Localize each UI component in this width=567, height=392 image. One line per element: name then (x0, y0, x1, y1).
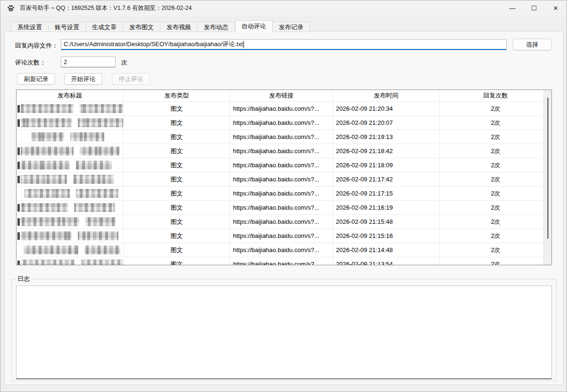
masked-title-segment (76, 161, 112, 170)
cell-time: 2026-02-09 21:17:42 (333, 172, 440, 186)
table-row[interactable]: 图文 https://baijiahao.baidu.com/s?... 202… (17, 229, 551, 243)
svg-text:du: du (9, 8, 12, 11)
masked-title (17, 175, 123, 184)
masked-title-lead (17, 176, 20, 183)
table-row[interactable]: 图文 https://baijiahao.baidu.com/s?... 202… (17, 158, 551, 172)
choose-file-button[interactable]: 选择 (513, 39, 551, 50)
maximize-button[interactable]: ☐ (523, 0, 545, 16)
cell-title (17, 229, 124, 243)
masked-title-segment (84, 245, 120, 254)
comment-count-unit: 次 (121, 58, 127, 67)
cell-replies: 2次 (440, 201, 551, 214)
table-row[interactable]: 图文 https://baijiahao.baidu.com/s?... 202… (17, 130, 551, 144)
cell-title (17, 172, 124, 186)
scrollbar-thumb[interactable] (547, 98, 549, 239)
cell-type: 图文 (124, 172, 230, 186)
cell-time: 2026-02-09 21:13:54 (333, 257, 440, 265)
tab-系统设置[interactable]: 系统设置 (11, 22, 49, 32)
cell-replies: 2次 (440, 130, 551, 144)
masked-title-lead (17, 204, 20, 212)
log-group: 日志 (11, 275, 557, 381)
cell-type: 图文 (124, 229, 230, 243)
cell-link: https://baijiahao.baidu.com/s?... (230, 172, 333, 186)
cell-type: 图文 (124, 130, 230, 144)
reply-file-input[interactable]: C:/Users/Administrator/Desktop/SEOY/baij… (61, 39, 507, 50)
masked-title-segment (80, 104, 123, 113)
masked-title (17, 231, 123, 240)
tab-账号设置[interactable]: 账号设置 (49, 22, 86, 32)
titlebar: du 百家号助手 ~ QQ：1692525 版本：V1.7.6 有效期至：202… (0, 0, 567, 16)
app-window: du 百家号助手 ~ QQ：1692525 版本：V1.7.6 有效期至：202… (0, 0, 567, 392)
cell-title (17, 130, 124, 144)
masked-title-lead (17, 162, 20, 169)
masked-title-segment (73, 175, 114, 184)
table-row[interactable]: 图文 https://baijiahao.baidu.com/s?... 202… (17, 144, 551, 158)
cell-link: https://baijiahao.baidu.com/s?... (230, 257, 333, 265)
tab-发布记录[interactable]: 发布记录 (273, 22, 310, 32)
masked-title-lead (17, 119, 20, 127)
table-row[interactable]: 图文 https://baijiahao.baidu.com/s?... 202… (17, 102, 551, 116)
masked-title-segment (21, 260, 75, 265)
table-row[interactable]: 图文 https://baijiahao.baidu.com/s?... 202… (17, 201, 551, 215)
masked-title-segment (24, 245, 78, 254)
table-scrollbar[interactable] (543, 90, 551, 265)
cell-type: 图文 (124, 102, 230, 115)
table-row[interactable]: 图文 https://baijiahao.baidu.com/s?... 202… (17, 243, 551, 257)
cell-time: 2026-02-09 21:15:16 (333, 229, 440, 243)
masked-title-lead (17, 147, 20, 155)
tab-page-auto-comment: 回复内容文件： C:/Users/Administrator/Desktop/S… (4, 31, 564, 385)
cell-type: 图文 (124, 187, 230, 200)
table-row[interactable]: 图文 https://baijiahao.baidu.com/s?... 202… (17, 116, 551, 130)
close-button[interactable]: ✕ (545, 0, 567, 16)
cell-type: 图文 (124, 158, 230, 172)
cell-type: 图文 (124, 257, 230, 265)
cell-replies: 2次 (440, 187, 551, 200)
baidu-paw-icon: du (6, 3, 16, 13)
minimize-button[interactable]: — (501, 0, 523, 16)
tab-bar: 系统设置账号设置生成文章发布图文发布视频发布动态自动评论发布记录 (11, 20, 310, 32)
table-row[interactable]: 图文 https://baijiahao.baidu.com/s?... 202… (17, 187, 551, 201)
cell-link: https://baijiahao.baidu.com/s?... (230, 158, 333, 172)
cell-link: https://baijiahao.baidu.com/s?... (230, 229, 333, 243)
cell-replies: 2次 (440, 243, 551, 257)
cell-title (17, 201, 124, 214)
cell-replies: 2次 (440, 144, 551, 158)
cell-replies: 2次 (440, 172, 551, 186)
cell-time: 2026-02-09 21:14:48 (333, 243, 440, 257)
tab-发布动态[interactable]: 发布动态 (198, 22, 235, 32)
masked-title (17, 147, 123, 155)
table-row[interactable]: 图文 https://baijiahao.baidu.com/s?... 202… (17, 172, 551, 187)
tab-发布图文[interactable]: 发布图文 (123, 22, 160, 32)
log-textarea[interactable] (16, 286, 552, 379)
cell-title (17, 243, 124, 257)
table-row[interactable]: 图文 https://baijiahao.baidu.com/s?... 202… (17, 215, 551, 229)
comment-count-value: 2 (64, 58, 67, 65)
cell-link: https://baijiahao.baidu.com/s?... (230, 215, 333, 229)
cell-type: 图文 (124, 201, 230, 214)
cell-replies: 2次 (440, 116, 551, 130)
tab-生成文章[interactable]: 生成文章 (86, 22, 123, 32)
cell-time: 2026-02-09 21:19:13 (333, 130, 440, 144)
cell-link: https://baijiahao.baidu.com/s?... (230, 243, 333, 257)
cell-time: 2026-02-09 21:15:48 (333, 215, 440, 229)
masked-title (17, 189, 123, 198)
cell-title (17, 215, 124, 229)
tab-自动评论[interactable]: 自动评论 (235, 20, 273, 32)
cell-type: 图文 (124, 243, 230, 257)
masked-title-segment (76, 189, 118, 198)
refresh-records-button[interactable]: 刷新记录 (17, 73, 55, 85)
masked-title-lead (17, 105, 20, 113)
records-table: 发布标题 发布类型 发布链接 发布时间 回复次数 图文 https://baij… (16, 90, 552, 265)
text-caret (243, 41, 244, 48)
tab-发布视频[interactable]: 发布视频 (160, 22, 198, 32)
start-comment-button[interactable]: 开始评论 (64, 73, 102, 85)
table-row[interactable]: 图文 https://baijiahao.baidu.com/s?... 202… (17, 257, 551, 265)
header-replies: 回复次数 (440, 90, 551, 101)
masked-title-segment (21, 147, 74, 155)
header-title: 发布标题 (17, 90, 124, 101)
comment-count-label: 评论次数： (15, 58, 46, 67)
comment-count-input[interactable]: 2 (61, 57, 116, 67)
cell-title (17, 144, 124, 158)
masked-title-segment (78, 118, 123, 127)
cell-title (17, 116, 124, 130)
